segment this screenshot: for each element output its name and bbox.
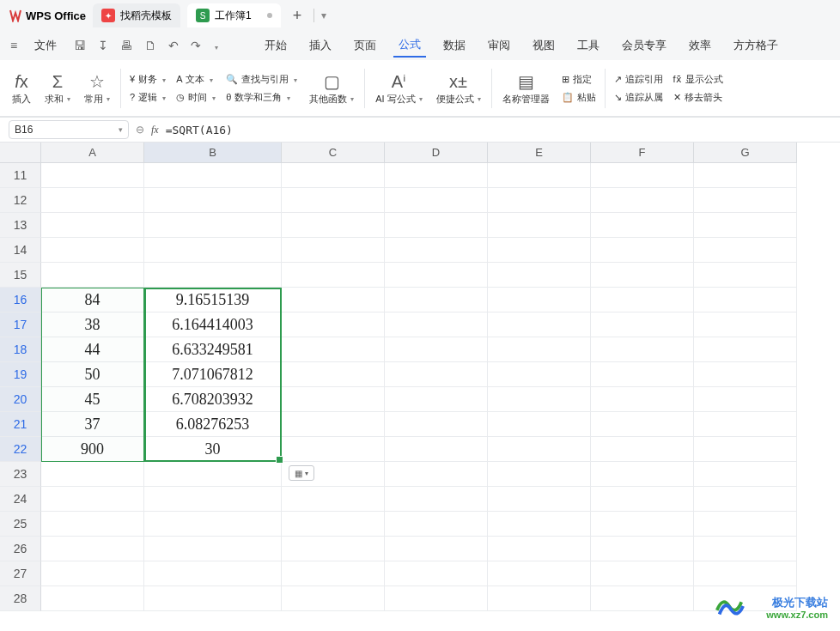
cell-E21[interactable] — [488, 412, 591, 437]
cell-E23[interactable] — [488, 462, 591, 487]
cancel-icon[interactable]: ⊖ — [136, 124, 144, 136]
row-23[interactable]: 23 — [0, 462, 41, 487]
dropdown-icon[interactable] — [213, 39, 218, 52]
cell-F19[interactable] — [591, 362, 694, 387]
cell-E18[interactable] — [488, 337, 591, 362]
row-11[interactable]: 11 — [0, 163, 41, 188]
assign-button[interactable]: ⊞指定 — [562, 73, 596, 86]
row-24[interactable]: 24 — [0, 487, 41, 512]
menu-page[interactable]: 页面 — [349, 34, 381, 57]
cell-E19[interactable] — [488, 362, 591, 387]
cell-E15[interactable] — [488, 263, 591, 288]
cell-B15[interactable] — [144, 263, 282, 288]
cell-A24[interactable] — [41, 487, 144, 512]
cell-F26[interactable] — [591, 537, 694, 561]
cell-A15[interactable] — [41, 263, 144, 288]
cell-F25[interactable] — [591, 512, 694, 537]
cell-C26[interactable] — [282, 537, 385, 561]
cell-G25[interactable] — [694, 512, 797, 537]
cell-E20[interactable] — [488, 387, 591, 412]
new-tab-button[interactable]: + — [288, 7, 307, 25]
menu-data[interactable]: 数据 — [438, 34, 471, 57]
cell-G24[interactable] — [694, 487, 797, 512]
cell-D13[interactable] — [385, 213, 488, 238]
cell-D20[interactable] — [385, 387, 488, 412]
other-fn-button[interactable]: ▢其他函数 — [302, 60, 361, 116]
cell-G15[interactable] — [694, 263, 797, 288]
sum-button[interactable]: Σ求和 — [38, 60, 77, 116]
cell-C18[interactable] — [282, 337, 385, 362]
cell-G19[interactable] — [694, 362, 797, 387]
cell-C24[interactable] — [282, 487, 385, 512]
cells-grid[interactable]: 849.16515139386.164414003446.63324958150… — [41, 163, 840, 631]
cell-F12[interactable] — [591, 188, 694, 213]
row-15[interactable]: 15 — [0, 263, 41, 288]
col-A[interactable]: A — [41, 143, 144, 163]
cell-A19[interactable]: 50 — [41, 362, 144, 387]
paste-options-button[interactable]: ▦ — [289, 465, 314, 481]
cell-D24[interactable] — [385, 487, 488, 512]
menu-view[interactable]: 视图 — [527, 34, 560, 57]
cell-D22[interactable] — [385, 437, 488, 462]
row-17[interactable]: 17 — [0, 312, 41, 337]
quick-formula-button[interactable]: x±便捷公式 — [429, 60, 488, 116]
fx-icon[interactable]: fx — [151, 124, 159, 137]
cell-C17[interactable] — [282, 312, 385, 337]
export-icon[interactable]: ↧ — [98, 39, 108, 52]
cell-G23[interactable] — [694, 462, 797, 487]
cell-G26[interactable] — [694, 537, 797, 561]
cell-B18[interactable]: 6.633249581 — [144, 337, 282, 362]
cell-B27[interactable] — [144, 561, 282, 586]
menu-review[interactable]: 审阅 — [483, 34, 515, 57]
cell-G21[interactable] — [694, 412, 797, 437]
preview-icon[interactable]: 🗋 — [144, 39, 156, 52]
cell-F23[interactable] — [591, 462, 694, 487]
tab-template[interactable]: ✦ 找稻壳模板 — [93, 3, 180, 27]
cell-C25[interactable] — [282, 512, 385, 537]
cell-A26[interactable] — [41, 537, 144, 561]
cell-A27[interactable] — [41, 561, 144, 586]
cell-F22[interactable] — [591, 437, 694, 462]
row-14[interactable]: 14 — [0, 238, 41, 263]
trace-dep-button[interactable]: ↘追踪从属 — [614, 91, 663, 104]
cell-C15[interactable] — [282, 263, 385, 288]
cell-D17[interactable] — [385, 312, 488, 337]
cell-A16[interactable]: 84 — [41, 288, 144, 312]
cell-A23[interactable] — [41, 462, 144, 487]
cell-B26[interactable] — [144, 537, 282, 561]
lookup-button[interactable]: 🔍查找与引用 — [226, 73, 297, 86]
row-28[interactable]: 28 — [0, 586, 41, 611]
col-G[interactable]: G — [694, 143, 797, 163]
cell-E11[interactable] — [488, 163, 591, 188]
cell-E24[interactable] — [488, 487, 591, 512]
cell-B25[interactable] — [144, 512, 282, 537]
cell-D12[interactable] — [385, 188, 488, 213]
common-button[interactable]: ☆常用 — [77, 60, 117, 116]
cell-F21[interactable] — [591, 412, 694, 437]
logic-button[interactable]: ?逻辑 — [130, 91, 166, 104]
cell-C11[interactable] — [282, 163, 385, 188]
cell-F14[interactable] — [591, 238, 694, 263]
row-26[interactable]: 26 — [0, 537, 41, 561]
cell-C27[interactable] — [282, 561, 385, 586]
row-19[interactable]: 19 — [0, 362, 41, 387]
cell-E27[interactable] — [488, 561, 591, 586]
cell-B13[interactable] — [144, 213, 282, 238]
cell-F28[interactable] — [591, 586, 694, 611]
tab-workbook[interactable]: S 工作簿1 — [187, 3, 281, 27]
cell-D11[interactable] — [385, 163, 488, 188]
math-button[interactable]: θ数学和三角 — [226, 91, 297, 104]
menu-member[interactable]: 会员专享 — [617, 34, 672, 57]
cell-B12[interactable] — [144, 188, 282, 213]
cell-D23[interactable] — [385, 462, 488, 487]
cell-A11[interactable] — [41, 163, 144, 188]
cell-B21[interactable]: 6.08276253 — [144, 412, 282, 437]
col-D[interactable]: D — [385, 143, 488, 163]
remove-arrow-button[interactable]: ✕移去箭头 — [673, 91, 723, 104]
formula-input[interactable]: =SQRT(A16) — [166, 124, 831, 137]
cell-D25[interactable] — [385, 512, 488, 537]
cell-A17[interactable]: 38 — [41, 312, 144, 337]
cell-A28[interactable] — [41, 586, 144, 611]
col-F[interactable]: F — [591, 143, 694, 163]
cell-A20[interactable]: 45 — [41, 387, 144, 412]
